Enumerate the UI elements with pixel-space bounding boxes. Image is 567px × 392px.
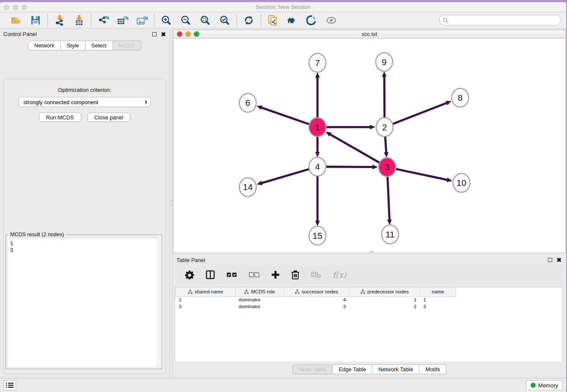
memory-label: Memory [538, 382, 558, 389]
control-panel-title: Control Panel [3, 31, 152, 37]
deselect-all-icon[interactable] [249, 269, 260, 280]
graph-node[interactable]: 4 [309, 157, 326, 176]
tab-node-table[interactable]: Node Table [292, 364, 333, 374]
function-builder-icon[interactable]: f(x) [333, 269, 347, 280]
settings-gear-icon[interactable] [185, 269, 194, 280]
homes-icon[interactable] [286, 14, 298, 26]
split-view-icon[interactable] [206, 269, 215, 280]
refresh-layout-icon[interactable] [243, 14, 255, 26]
task-history-button[interactable] [3, 380, 16, 390]
graph-node[interactable]: 9 [376, 52, 393, 71]
graph-edge [396, 169, 447, 180]
network-graph[interactable]: 7968124314101511 [173, 39, 565, 253]
export-image-icon[interactable] [136, 14, 148, 26]
criterion-select[interactable]: strongly connected component ▲▼ [19, 97, 151, 107]
tab-edge-table[interactable]: Edge Table [333, 364, 372, 374]
col-mcds-role[interactable]: MCDS role [236, 287, 284, 296]
svg-text:1: 1 [315, 122, 320, 132]
table-row[interactable]: 3 dominator 3 2 3 [176, 303, 456, 310]
graph-edge [330, 134, 380, 163]
select-all-icon[interactable] [226, 269, 237, 280]
control-panel-tabs: Network Style Select MCDS [0, 41, 169, 50]
graph-edge [261, 108, 309, 124]
close-panel-button[interactable]: Close panel [87, 113, 131, 122]
panel-divider[interactable] [169, 29, 173, 378]
main-toolbar [0, 12, 566, 28]
graph-node[interactable]: 15 [309, 226, 326, 245]
tab-network[interactable]: Network [28, 41, 61, 50]
tree-icon [188, 290, 193, 294]
delete-icon[interactable] [291, 269, 300, 280]
col-name[interactable]: name [420, 287, 456, 296]
graph-node[interactable]: 3 [379, 158, 396, 177]
graph-node[interactable]: 8 [452, 88, 469, 107]
mcds-result-title: MCDS result (2 nodes) [8, 232, 66, 237]
add-column-icon[interactable] [271, 269, 280, 280]
table-tabs: Node Table Edge Table Network Table Moti… [173, 364, 566, 374]
svg-text:10: 10 [457, 178, 466, 188]
graph-node[interactable]: 14 [239, 178, 256, 196]
graph-node[interactable]: 6 [239, 94, 256, 112]
node-table[interactable]: shared name MCDS role successor nodes pr… [175, 287, 562, 362]
table-row[interactable]: 1 dominator 4 1 1 [176, 296, 456, 303]
graph-edge [261, 169, 309, 183]
tab-network-table[interactable]: Network Table [372, 364, 419, 374]
zoom-selected-icon[interactable] [219, 14, 231, 26]
import-network-icon[interactable] [54, 14, 66, 26]
svg-text:11: 11 [385, 229, 395, 239]
network-window: ✕ − + scc.txt 7968124314101511 [173, 30, 566, 253]
clone-network-icon[interactable] [267, 14, 279, 26]
zoom-out-icon[interactable] [180, 14, 192, 26]
graph-node[interactable]: 11 [382, 225, 399, 244]
resize-grip[interactable] [369, 251, 374, 252]
divider-grip[interactable] [170, 200, 172, 206]
graph-edge [384, 77, 385, 119]
visual-style-icon[interactable] [306, 14, 318, 26]
col-predecessor-nodes[interactable]: predecessor nodes [350, 287, 420, 296]
result-scrollbar[interactable] [157, 235, 162, 369]
export-network-icon[interactable] [97, 14, 109, 26]
network-window-titlebar[interactable]: ✕ − + scc.txt [173, 30, 565, 39]
svg-text:8: 8 [458, 93, 463, 102]
graph-node[interactable]: 10 [453, 174, 470, 192]
title-bar: Session: New Session [0, 2, 566, 12]
export-table-icon[interactable] [117, 14, 129, 26]
tab-select[interactable]: Select [85, 41, 113, 50]
network-title: scc.txt [173, 31, 565, 37]
tab-motifs[interactable]: Motifs [419, 364, 446, 374]
network-canvas[interactable]: 7968124314101511 [173, 39, 565, 253]
table-panel: Table Panel ✖ [173, 255, 566, 378]
search-field[interactable] [439, 15, 561, 25]
graph-edge [388, 176, 390, 220]
delete-table-icon[interactable] [311, 269, 321, 280]
col-shared-name[interactable]: shared name [176, 287, 236, 296]
table-close-icon[interactable]: ✖ [556, 258, 561, 262]
svg-text:15: 15 [313, 231, 322, 240]
svg-text:7: 7 [315, 58, 320, 68]
float-panel-icon[interactable] [152, 32, 157, 36]
tab-style[interactable]: Style [61, 41, 85, 50]
search-input[interactable] [450, 17, 561, 23]
run-mcds-button[interactable]: Run MCDS [39, 113, 81, 122]
tree-icon [295, 290, 300, 294]
graph-node[interactable]: 2 [376, 118, 393, 136]
close-panel-icon[interactable]: ✖ [161, 32, 166, 36]
mcds-result-text[interactable]: 1 3 [8, 239, 160, 367]
open-folder-icon[interactable] [10, 14, 22, 26]
import-table-icon[interactable] [73, 14, 85, 26]
zoom-in-icon[interactable] [160, 14, 172, 26]
graph-node[interactable]: 1 [309, 118, 326, 136]
graph-edge [393, 103, 446, 124]
window-title: Session: New Session [0, 4, 566, 10]
table-toolbar: f(x) [176, 266, 562, 284]
table-float-icon[interactable] [548, 258, 552, 262]
control-panel: Control Panel ✖ Network Style Select MCD… [0, 29, 169, 378]
memory-button[interactable]: Memory [526, 380, 563, 390]
svg-text:4: 4 [315, 162, 320, 171]
save-icon[interactable] [30, 14, 41, 26]
tab-mcds[interactable]: MCDS [113, 41, 141, 50]
graph-node[interactable]: 7 [309, 53, 326, 72]
col-successor-nodes[interactable]: successor nodes [284, 287, 350, 296]
zoom-fit-icon[interactable] [199, 14, 211, 26]
eye-icon[interactable] [325, 14, 337, 26]
